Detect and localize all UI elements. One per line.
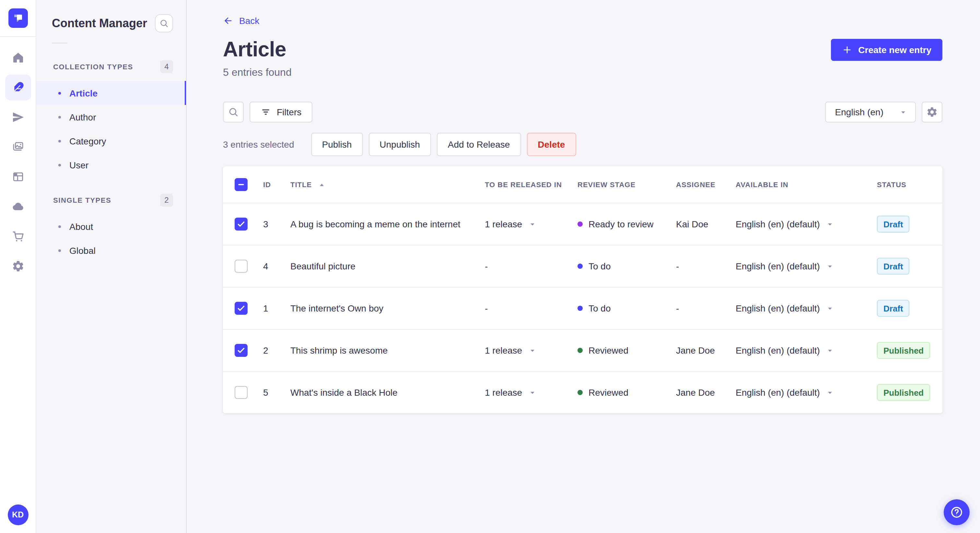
release-value: 1 release bbox=[485, 345, 522, 355]
header-cell-review-stage[interactable]: REVIEW STAGE bbox=[578, 181, 676, 189]
status-badge: Published bbox=[877, 342, 930, 359]
chevron-down-icon[interactable] bbox=[528, 346, 536, 355]
locale-value: English (en) bbox=[835, 107, 883, 117]
chevron-down-icon[interactable] bbox=[826, 388, 834, 397]
assignee-name: Jane Doe bbox=[676, 345, 715, 355]
publish-button[interactable]: Publish bbox=[311, 133, 363, 156]
rail-item-cart[interactable] bbox=[5, 224, 31, 249]
header-cell-assignee[interactable]: ASSIGNEE bbox=[676, 181, 736, 189]
status-badge: Draft bbox=[877, 216, 910, 233]
arrow-left-icon bbox=[223, 16, 233, 26]
help-button[interactable] bbox=[944, 499, 970, 525]
logo-section bbox=[0, 0, 36, 37]
chevron-down-icon[interactable] bbox=[826, 220, 834, 228]
back-link[interactable]: Back bbox=[223, 16, 259, 26]
cell-assignee: Jane Doe bbox=[676, 387, 736, 398]
sidebar-item-category[interactable]: Category bbox=[36, 129, 186, 153]
table-row[interactable]: 2This shrimp is awesome1 releaseReviewed… bbox=[223, 329, 942, 371]
entry-title: The internet's Own boy bbox=[290, 303, 383, 314]
row-checkbox[interactable] bbox=[235, 217, 248, 230]
search-icon[interactable] bbox=[223, 102, 244, 122]
page-header-text: Article 5 entries found bbox=[223, 38, 292, 78]
rail-item-layout[interactable] bbox=[5, 164, 31, 190]
search-icon[interactable] bbox=[155, 14, 173, 32]
select-all-checkbox[interactable] bbox=[235, 178, 248, 191]
table-header-row: ID TITLE TO BE RELEASED IN REVIEW STAGE … bbox=[223, 167, 942, 203]
row-checkbox[interactable] bbox=[235, 302, 248, 315]
rail-item-home[interactable] bbox=[5, 45, 31, 71]
sidebar-section: SINGLE TYPES2AboutGlobal bbox=[36, 192, 186, 262]
sidebar-item-global[interactable]: Global bbox=[36, 238, 186, 262]
feather-icon bbox=[11, 81, 24, 94]
release-value: - bbox=[485, 261, 488, 271]
stage-label: To do bbox=[589, 261, 611, 271]
section-label: SINGLE TYPES bbox=[53, 196, 111, 204]
filters-label: Filters bbox=[277, 107, 301, 117]
assignee-name: Jane Doe bbox=[676, 387, 715, 398]
stage-label: Ready to review bbox=[589, 219, 654, 229]
chevron-down-icon[interactable] bbox=[528, 388, 536, 397]
table-row[interactable]: 4Beautiful picture-To do-English (en) (d… bbox=[223, 245, 942, 287]
rail-nav bbox=[5, 45, 31, 279]
cell-available-in: English (en) (default) bbox=[736, 387, 877, 398]
rail-item-gear[interactable] bbox=[5, 253, 31, 279]
header-cell-available-in[interactable]: AVAILABLE IN bbox=[736, 181, 877, 189]
sidebar-item-user[interactable]: User bbox=[36, 153, 186, 177]
cell-assignee: Kai Doe bbox=[676, 219, 736, 229]
sidebar-item-about[interactable]: About bbox=[36, 214, 186, 238]
avatar[interactable]: KD bbox=[8, 504, 28, 525]
chevron-down-icon bbox=[899, 108, 907, 116]
row-checkbox[interactable] bbox=[235, 260, 248, 273]
cell-status: Published bbox=[877, 384, 942, 401]
page-header: Article 5 entries found Create new entry bbox=[223, 38, 942, 78]
search-icon-glyph bbox=[159, 18, 169, 29]
rail-item-cloud[interactable] bbox=[5, 194, 31, 219]
create-entry-button[interactable]: Create new entry bbox=[831, 39, 942, 61]
settings-icon[interactable] bbox=[922, 102, 942, 122]
rail-item-paper-plane[interactable] bbox=[5, 104, 31, 130]
strapi-logo[interactable] bbox=[8, 8, 27, 28]
table-row[interactable]: 1The internet's Own boy-To do-English (e… bbox=[223, 287, 942, 329]
sidebar-item-label: Article bbox=[69, 88, 97, 98]
assignee-name: - bbox=[676, 303, 679, 314]
toolbar-right: English (en) bbox=[826, 102, 942, 122]
cell-id: 4 bbox=[259, 261, 290, 271]
plus-icon bbox=[842, 45, 852, 55]
release-value: - bbox=[485, 303, 488, 314]
rail-item-feather[interactable] bbox=[5, 75, 31, 100]
cell-status: Draft bbox=[877, 216, 942, 233]
chevron-down-icon[interactable] bbox=[826, 346, 834, 355]
delete-button[interactable]: Delete bbox=[527, 133, 576, 156]
cell-select bbox=[223, 386, 259, 399]
header-cell-title[interactable]: TITLE bbox=[290, 180, 485, 189]
filter-icon bbox=[261, 107, 271, 117]
section-header: SINGLE TYPES2 bbox=[36, 192, 186, 208]
rail-item-images[interactable] bbox=[5, 134, 31, 160]
status-badge: Draft bbox=[877, 258, 910, 274]
selection-count: 3 entries selected bbox=[223, 139, 294, 150]
row-checkbox[interactable] bbox=[235, 344, 248, 357]
cart-icon bbox=[11, 230, 24, 243]
header-cell-status[interactable]: STATUS bbox=[877, 181, 942, 189]
row-checkbox[interactable] bbox=[235, 386, 248, 399]
bullet-icon bbox=[58, 92, 61, 94]
add-to-release-button[interactable]: Add to Release bbox=[437, 133, 521, 156]
cell-review-stage: Ready to review bbox=[578, 219, 676, 229]
table-row[interactable]: 5What's inside a Black Hole1 releaseRevi… bbox=[223, 371, 942, 413]
sidebar-item-author[interactable]: Author bbox=[36, 105, 186, 129]
sort-asc-icon[interactable] bbox=[318, 180, 326, 189]
table-row[interactable]: 3A bug is becoming a meme on the interne… bbox=[223, 203, 942, 245]
header-cell-id[interactable]: ID bbox=[259, 181, 290, 189]
chevron-down-icon[interactable] bbox=[826, 262, 834, 270]
sidebar-item-article[interactable]: Article bbox=[36, 81, 186, 105]
locale-select[interactable]: English (en) bbox=[826, 102, 916, 122]
header-cell-release[interactable]: TO BE RELEASED IN bbox=[485, 181, 578, 189]
chevron-down-icon[interactable] bbox=[826, 304, 834, 313]
section-header: COLLECTION TYPES4 bbox=[36, 59, 186, 75]
unpublish-button[interactable]: Unpublish bbox=[369, 133, 431, 156]
chevron-down-icon[interactable] bbox=[528, 220, 536, 228]
stage-label: Reviewed bbox=[589, 345, 628, 355]
cell-id: 1 bbox=[259, 303, 290, 314]
filters-button[interactable]: Filters bbox=[250, 102, 312, 122]
check-icon bbox=[236, 303, 246, 314]
